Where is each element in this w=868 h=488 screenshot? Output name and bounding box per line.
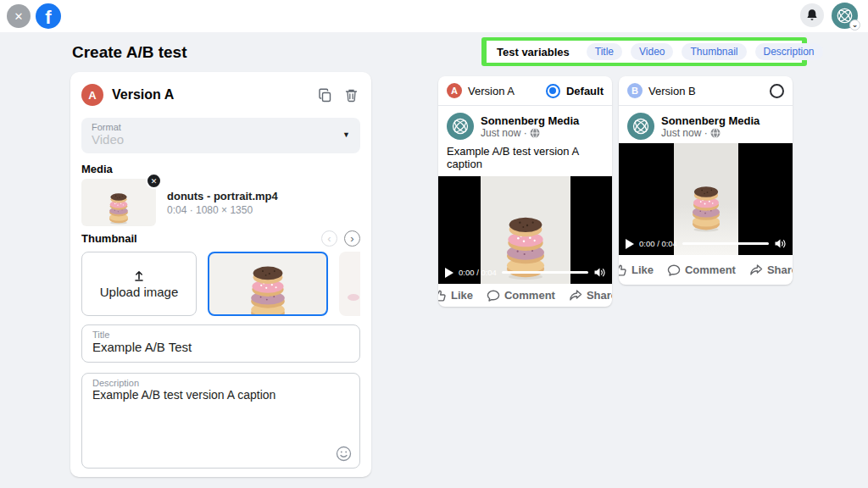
chevron-down-icon: ⌄: [849, 19, 860, 30]
close-icon: ✕: [151, 177, 158, 186]
video-player[interactable]: 0:00 / 0:04: [438, 176, 612, 284]
video-progress-bar[interactable]: [502, 271, 588, 274]
post-timestamp: Just now ·: [661, 127, 760, 139]
test-variables-highlight: Test variables Title Video Thumbnail Des…: [481, 37, 807, 66]
video-controls: 0:00 / 0:04: [626, 237, 786, 250]
format-label: Format: [92, 122, 350, 132]
comment-button[interactable]: Comment: [667, 263, 736, 277]
emoji-picker-button[interactable]: [336, 446, 352, 462]
remove-media-button[interactable]: ✕: [146, 173, 162, 189]
thumbnail-prev-button[interactable]: ‹: [321, 230, 337, 247]
donuts-thumbnail-image: [237, 252, 298, 316]
description-field-label: Description: [92, 378, 349, 388]
share-icon: [569, 289, 582, 302]
media-row: ✕ donuts - portrait.mp4 0:04 · 1080 × 13…: [81, 179, 360, 226]
chevron-right-icon: ›: [350, 232, 353, 245]
video-time: 0:00 / 0:04: [459, 268, 497, 277]
video-progress-bar[interactable]: [682, 242, 769, 245]
title-field-label: Title: [92, 330, 349, 340]
version-a-editor-card: A Version A Format Video: [70, 72, 371, 477]
version-b-preview-card: B Version B Sonnenberg Media Just now ·: [619, 76, 793, 285]
donuts-video-thumbnail-image: [102, 180, 136, 225]
trash-icon: [344, 88, 359, 103]
title-input[interactable]: [92, 340, 349, 354]
post-header: Sonnenberg Media Just now ·: [438, 106, 612, 143]
test-variables-bar: Test variables Title Video Thumbnail Des…: [487, 41, 802, 63]
main-area: Create A/B test A Version A: [0, 32, 868, 488]
duplicate-version-button[interactable]: [316, 86, 334, 104]
description-input[interactable]: Example A/B test version A caption: [92, 388, 349, 454]
thumbnail-heading-row: Thumbnail ‹ ›: [81, 230, 360, 247]
like-button[interactable]: Like: [619, 263, 654, 277]
version-a-badge: A: [447, 83, 462, 98]
account-menu-button[interactable]: ⌄: [832, 3, 858, 29]
comment-icon: [487, 289, 500, 302]
version-title: Version A: [112, 87, 174, 103]
format-select[interactable]: Format Video ▼: [81, 118, 360, 153]
test-variables-label: Test variables: [497, 46, 570, 58]
version-a-badge: A: [81, 84, 103, 106]
thumbnail-heading: Thumbnail: [81, 232, 137, 245]
upload-image-button[interactable]: Upload image: [81, 252, 197, 316]
version-a-label: Version A: [468, 85, 515, 97]
globe-icon: [530, 128, 540, 138]
play-icon[interactable]: [626, 239, 634, 249]
smiley-icon: [336, 446, 352, 462]
test-variable-pill-title[interactable]: Title: [587, 43, 622, 60]
donuts-video-frame-image: [682, 168, 731, 233]
media-filename: donuts - portrait.mp4: [167, 190, 278, 202]
test-variable-pill-description[interactable]: Description: [755, 43, 823, 60]
share-button[interactable]: Share: [569, 289, 612, 302]
format-value: Video: [92, 132, 350, 147]
like-icon: [619, 263, 627, 277]
volume-icon[interactable]: [593, 266, 605, 279]
media-heading: Media: [81, 163, 113, 175]
thumbnail-option-partial[interactable]: [339, 252, 360, 316]
facebook-logo[interactable]: f: [36, 3, 61, 29]
create-ab-test-screen: ✕ f ⌄ Create A/B test A Version A: [0, 0, 868, 488]
page-avatar: [627, 113, 654, 140]
test-variable-pill-video[interactable]: Video: [631, 43, 673, 60]
title-field: Title: [81, 324, 360, 363]
facebook-f-icon: f: [45, 7, 51, 29]
default-radio-selected[interactable]: [546, 84, 560, 98]
version-header-row: A Version A: [81, 83, 360, 107]
video-player[interactable]: 0:00 / 0:04: [619, 143, 793, 255]
globe-icon: [710, 128, 721, 138]
version-b-label: Version B: [648, 85, 696, 97]
media-info: donuts - portrait.mp4 0:04 · 1080 × 1350: [167, 190, 278, 216]
version-a-preview-header: A Version A Default: [438, 76, 612, 106]
like-icon: [438, 289, 447, 302]
post-timestamp: Just now ·: [481, 127, 579, 139]
page-avatar: [447, 113, 474, 140]
media-meta: 0:04 · 1080 × 1350: [167, 204, 278, 216]
notifications-button[interactable]: [800, 3, 824, 27]
top-bar: ✕ f ⌄: [0, 0, 868, 32]
post-header: Sonnenberg Media Just now ·: [619, 106, 793, 143]
post-actions: Like Comment Share: [619, 255, 793, 285]
default-label: Default: [566, 85, 604, 97]
default-radio-unselected[interactable]: [770, 84, 784, 98]
selected-thumbnail-option[interactable]: [208, 252, 328, 316]
version-a-preview-card: A Version A Default Sonnenberg Media Jus…: [438, 76, 612, 307]
delete-version-button[interactable]: [342, 86, 360, 104]
video-controls: 0:00 / 0:04: [445, 266, 605, 279]
version-b-badge: B: [627, 83, 643, 98]
play-icon[interactable]: [445, 268, 453, 278]
close-button[interactable]: ✕: [7, 4, 31, 28]
upload-icon: [132, 269, 146, 282]
share-icon: [749, 263, 763, 277]
share-button[interactable]: Share: [749, 263, 793, 277]
media-thumbnail[interactable]: ✕: [81, 179, 156, 226]
chevron-left-icon: ‹: [327, 232, 331, 245]
comment-button[interactable]: Comment: [487, 289, 555, 302]
caret-down-icon: ▼: [342, 130, 350, 139]
description-field: Description Example A/B test version A c…: [81, 373, 360, 469]
comment-icon: [667, 263, 681, 277]
post-actions: Like Comment Share: [438, 284, 612, 307]
close-icon: ✕: [14, 10, 24, 23]
thumbnail-next-button[interactable]: ›: [344, 230, 360, 247]
test-variable-pill-thumbnail[interactable]: Thumbnail: [682, 43, 746, 60]
volume-icon[interactable]: [774, 237, 786, 250]
like-button[interactable]: Like: [438, 289, 473, 302]
